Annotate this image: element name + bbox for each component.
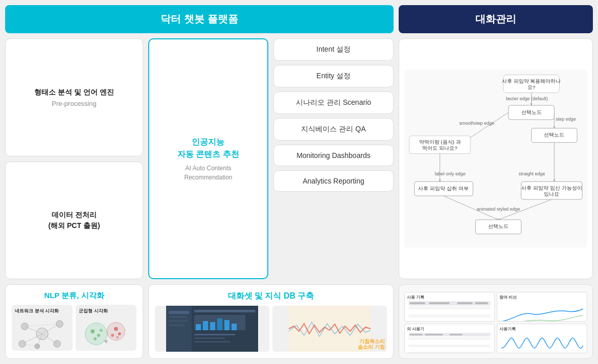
- svg-rect-87: [409, 345, 491, 347]
- db-content: 기침목소리숨소리 기침: [155, 306, 387, 352]
- feature-scenario[interactable]: 시나리오 관리 Scenario: [273, 92, 394, 114]
- svg-rect-69: [194, 334, 235, 335]
- svg-rect-57: [169, 311, 189, 314]
- flow-diagram-svg: 사후 피임약 복용해야하나 요? bezier edge (default) 선…: [404, 44, 587, 274]
- svg-rect-88: [409, 348, 491, 351]
- preprocessing-title-ko: 형태소 분석 및 언어 엔진: [34, 87, 114, 98]
- svg-rect-64: [203, 321, 208, 330]
- svg-rect-68: [232, 324, 237, 330]
- svg-text:animated styled edge: animated styled edge: [476, 207, 520, 212]
- svg-rect-90: [410, 334, 423, 335]
- svg-rect-59: [169, 320, 188, 322]
- analytics-grid: 사용 기록 참여 비선: [404, 292, 587, 353]
- left-column: 형태소 분석 및 언어 엔진 Pre-processing 데이터 전처리(해외…: [5, 38, 143, 279]
- svg-text:먹어도 되나요?: 먹어도 되나요?: [422, 145, 457, 151]
- feature-monitoring[interactable]: Monitoring Dashboards: [273, 145, 394, 166]
- svg-rect-76: [409, 310, 491, 313]
- svg-text:label only edge: label only edge: [435, 171, 466, 176]
- svg-point-49: [100, 329, 103, 332]
- analytics-cell-2-title: 참여 비선: [499, 294, 585, 300]
- db-screenshot: [155, 306, 269, 352]
- db-voice-image: 기침목소리숨소리 기침: [272, 306, 387, 352]
- svg-rect-58: [169, 316, 187, 318]
- ai-title-ko: 인공지능자동 콘텐츠 추천: [177, 136, 239, 161]
- svg-text:straight edge: straight edge: [519, 171, 545, 176]
- svg-rect-89: [409, 352, 491, 353]
- db-section-title: 대화셋 및 지식 DB 구축: [155, 291, 387, 302]
- svg-rect-77: [409, 314, 491, 317]
- analytics-cell-3: 의 사용기: [404, 324, 495, 353]
- svg-point-50: [114, 327, 118, 331]
- db-overlay-text: 기침목소리숨소리 기침: [358, 338, 385, 350]
- svg-rect-82: [457, 302, 473, 304]
- feature-analytics[interactable]: Analytics Reporting: [273, 170, 394, 192]
- flow-diagram-container: 사후 피임약 복용해야하나 요? bezier edge (default) 선…: [399, 38, 593, 279]
- analytics-cell-4-title: 사용기록: [499, 326, 585, 332]
- svg-rect-85: [409, 337, 491, 340]
- svg-point-51: [118, 332, 121, 335]
- nlp-charts-container: 네트워크 분석 시각화 군집형 시: [12, 305, 136, 351]
- analytics-chart-svg-2: [499, 301, 585, 322]
- svg-rect-86: [409, 341, 491, 344]
- header-chatbot: 닥터 챗봇 플랫폼: [5, 5, 394, 33]
- svg-rect-63: [196, 324, 201, 330]
- svg-text:사후 피임약 복용해야하나: 사후 피임약 복용해야하나: [502, 78, 561, 84]
- db-ui-svg: [155, 306, 269, 352]
- nlp-chart2: 군집형 시각화: [76, 305, 136, 351]
- svg-text:요?: 요?: [527, 84, 536, 90]
- main-container: 닥터 챗봇 플랫폼 대화관리 형태소 분석 및 언어 엔진 Pre-proces…: [0, 0, 598, 364]
- svg-rect-91: [425, 334, 443, 335]
- bottom-analytics-section: 사용 기록 참여 비선: [399, 284, 593, 359]
- svg-text:사후 피임약 임신 가능성이: 사후 피임약 임신 가능성이: [521, 185, 582, 191]
- feature-buttons-list: Intent 설정 Entity 설정 시나리오 관리 Scenario 지식베…: [273, 38, 394, 279]
- svg-text:smoothstep edge: smoothstep edge: [459, 121, 494, 126]
- svg-point-48: [94, 337, 97, 340]
- bottom-db-section: 대화셋 및 지식 DB 구축: [148, 284, 394, 359]
- analytics-cell-4: 사용기록: [497, 324, 587, 353]
- svg-point-44: [85, 323, 107, 345]
- svg-line-42: [25, 324, 59, 327]
- svg-point-47: [97, 334, 100, 337]
- header-dialogue-label: 대화관리: [475, 13, 516, 25]
- analytics-chart-svg-4: [499, 333, 585, 353]
- svg-text:선택노드: 선택노드: [521, 109, 542, 115]
- svg-text:사후 피임약 삽취 여부: 사후 피임약 삽취 여부: [418, 186, 468, 191]
- analytics-cell-1: 사용 기록: [404, 292, 495, 322]
- svg-rect-66: [217, 318, 222, 330]
- card-data-processing: 데이터 전처리(해외 PCT 출원): [5, 162, 143, 280]
- svg-rect-71: [194, 341, 230, 343]
- nlp-cluster-svg: [79, 316, 133, 351]
- bottom-nlp-section: NLP 분류, 시각화 네트워크 분석 시각화: [5, 284, 143, 359]
- feature-intent[interactable]: Intent 설정: [273, 38, 394, 61]
- svg-rect-83: [475, 302, 488, 304]
- svg-text:bezier edge (default): bezier edge (default): [506, 96, 548, 101]
- preprocessing-title-en: Pre-processing: [52, 100, 96, 107]
- svg-rect-81: [429, 302, 450, 304]
- ai-recommendation-box: 인공지능자동 콘텐츠 추천 AI Auto ContentsRecommenda…: [148, 38, 268, 279]
- svg-text:약먹이랑 (음식) 과: 약먹이랑 (음식) 과: [419, 139, 461, 145]
- svg-rect-92: [450, 334, 463, 335]
- svg-text:step edge: step edge: [556, 117, 576, 122]
- nlp-network-svg: [15, 316, 70, 351]
- nlp-chart1-title: 네트워크 분석 시각화: [15, 308, 70, 314]
- svg-point-45: [107, 323, 125, 340]
- analytics-table-svg-3: [407, 333, 492, 353]
- analytics-cell-1-title: 사용 기록: [407, 294, 492, 300]
- middle-column: 인공지능자동 콘텐츠 추천 AI Auto ContentsRecommenda…: [148, 38, 394, 279]
- feature-entity[interactable]: Entity 설정: [273, 65, 394, 87]
- svg-point-54: [105, 340, 108, 343]
- ai-title-en: AI Auto ContentsRecommendation: [184, 164, 232, 182]
- nlp-chart1: 네트워크 분석 시각화: [12, 305, 73, 351]
- analytics-cell-2: 참여 비선: [497, 292, 587, 322]
- svg-text:있나요: 있나요: [544, 191, 559, 197]
- header-chatbot-label: 닥터 챗봇 플랫폼: [160, 13, 238, 25]
- header-dialogue: 대화관리: [399, 5, 593, 33]
- card-preprocessing: 형태소 분석 및 언어 엔진 Pre-processing: [5, 38, 143, 156]
- analytics-cell-3-title: 의 사용기: [407, 326, 492, 332]
- svg-rect-61: [194, 310, 256, 312]
- svg-rect-60: [169, 324, 185, 326]
- data-processing-title-ko: 데이터 전처리(해외 PCT 출원): [48, 210, 100, 231]
- svg-rect-78: [409, 318, 491, 322]
- svg-rect-80: [410, 302, 425, 304]
- feature-knowledge[interactable]: 지식베이스 관리 QA: [273, 118, 394, 141]
